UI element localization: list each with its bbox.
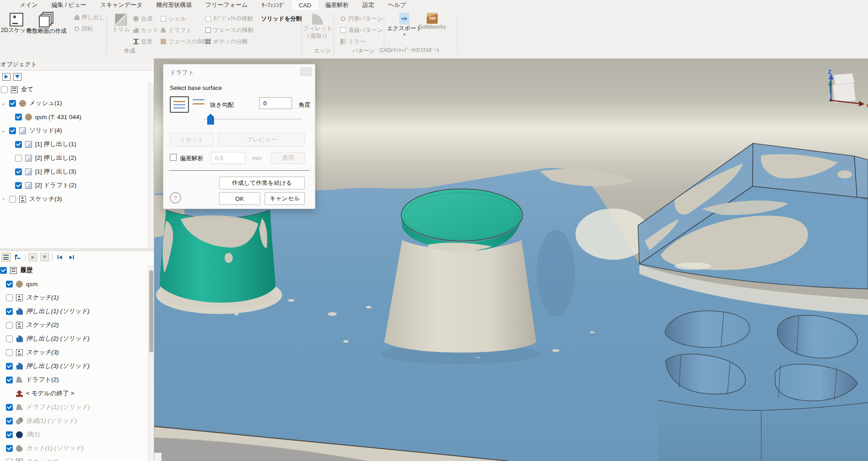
help-icon[interactable]: ?	[170, 192, 181, 204]
history-row[interactable]: ドラフト(2)	[0, 373, 154, 387]
menu-item[interactable]: ヘルプ	[381, 0, 413, 10]
menu-item[interactable]: ｻｰﾌｪｼﾝｸﾞ	[255, 0, 292, 10]
visibility-checkbox[interactable]	[15, 168, 22, 175]
history-scroll-thumb[interactable]	[149, 270, 153, 352]
history-header-checkbox[interactable]	[0, 267, 7, 274]
merge-button[interactable]: 合成	[133, 15, 152, 22]
object-tree-row[interactable]: ⌄ ソリッド(4)	[0, 124, 154, 137]
reset-button[interactable]: リセット	[170, 133, 214, 147]
visibility-checkbox[interactable]	[15, 114, 22, 120]
menu-item[interactable]: メイン	[13, 0, 45, 10]
export-dropdown-caret[interactable]: ▼	[403, 32, 407, 37]
extrude-button[interactable]: 押し出し	[74, 14, 105, 21]
history-row[interactable]: ドラフト(1) (ソリッド)	[0, 400, 154, 414]
visibility-checkbox[interactable]	[6, 363, 13, 370]
move-face-button[interactable]: フェースの移動	[205, 26, 254, 34]
ok-button[interactable]: OK	[219, 192, 260, 205]
history-row[interactable]: カット(1) (ソリッド)	[0, 441, 154, 455]
circular-pattern-button[interactable]: 円形パターン	[340, 15, 383, 22]
cone-top-face[interactable]	[401, 189, 523, 241]
menu-item[interactable]: 幾何形状構築	[149, 0, 199, 10]
base-surface-option-alt[interactable]	[193, 99, 204, 105]
history-header-row[interactable]: 履歴	[0, 263, 154, 277]
split-solid-button[interactable]: ソリッドを分割	[261, 15, 302, 22]
visibility-checkbox[interactable]	[6, 335, 13, 342]
menu-item[interactable]: 設定	[356, 0, 381, 10]
menu-item[interactable]: 編集 / ビュー	[45, 0, 93, 10]
visibility-checkbox[interactable]	[6, 445, 13, 452]
visibility-checkbox[interactable]	[6, 308, 13, 315]
history-row[interactable]: スケッチ(4)	[0, 455, 154, 461]
solidworks-export-button[interactable]: SW Solidworks	[418, 13, 446, 30]
history-row[interactable]: 合成(1) (ソリッド)	[0, 414, 154, 428]
visibility-checkbox[interactable]	[15, 141, 22, 148]
objects-scrollbar[interactable]	[148, 83, 154, 248]
expand-arrow[interactable]: ›	[1, 197, 6, 201]
visibility-checkbox[interactable]	[6, 459, 13, 461]
draft-dialog[interactable]: ドラフト × Select base surface 抜き勾配 角度 リセット …	[163, 64, 315, 209]
angle-slider-track[interactable]	[204, 119, 302, 120]
filter-play-icon[interactable]	[2, 73, 10, 81]
history-tree-view-button[interactable]	[13, 253, 22, 262]
deviation-tolerance-input[interactable]	[211, 152, 246, 164]
visibility-checkbox[interactable]	[15, 182, 22, 189]
menu-item[interactable]: 偏差解析	[318, 0, 356, 10]
angle-input[interactable]	[259, 97, 292, 109]
menu-item[interactable]: フリーフォーム	[199, 0, 255, 10]
visibility-checkbox[interactable]	[1, 86, 8, 93]
apply-button[interactable]: 適用	[271, 152, 305, 164]
mirror-button[interactable]: ミラー	[340, 38, 366, 45]
visibility-checkbox[interactable]	[6, 294, 13, 301]
visibility-checkbox[interactable]	[9, 127, 16, 134]
object-tree-row[interactable]: [1] 押し出し(1)	[0, 137, 154, 151]
history-row[interactable]: 押し出し(3) (ソリッド)	[0, 359, 154, 373]
object-tree-row[interactable]: qsm (T: 431 044)	[0, 110, 154, 124]
history-row[interactable]: 押し出し(2) (ソリッド)	[0, 332, 154, 346]
linear-pattern-button[interactable]: 直線パターン	[340, 26, 383, 34]
object-tree-row[interactable]: [1] 押し出し(3)	[0, 165, 154, 178]
move-object-button[interactable]: ｵﾌﾞｼﾞｪｸﾄの移動	[205, 15, 253, 22]
base-surface-option-selected[interactable]	[170, 96, 189, 113]
object-tree-row[interactable]: 全て	[0, 83, 154, 96]
history-step-down-button[interactable]	[40, 253, 49, 262]
object-tree-row[interactable]: [2] 押し出し(2)	[0, 151, 154, 165]
history-row[interactable]: 押し出し(1) (ソリッド)	[0, 304, 154, 318]
angle-slider-handle[interactable]	[207, 114, 214, 125]
draft-cone[interactable]	[384, 189, 536, 353]
export-button[interactable]: エクスポート ▼	[387, 13, 422, 37]
object-tree-row[interactable]: [2] ドラフト(2)	[0, 178, 154, 192]
visibility-checkbox[interactable]	[9, 196, 16, 203]
revolve-button[interactable]: 回転	[74, 25, 93, 32]
delete-face-button[interactable]: フェースの削除	[161, 38, 209, 45]
history-row[interactable]: スケッチ(3)	[0, 346, 154, 359]
history-row[interactable]: スケッチ(2)	[0, 318, 154, 332]
teal-cylinder[interactable]	[156, 210, 282, 314]
visibility-checkbox[interactable]	[6, 418, 13, 424]
draft-button[interactable]: ドラフト	[161, 26, 192, 34]
history-list-view-button[interactable]	[1, 253, 10, 262]
visibility-checkbox[interactable]	[6, 322, 13, 329]
visibility-checkbox[interactable]	[6, 349, 13, 356]
visibility-checkbox[interactable]	[6, 377, 13, 383]
visibility-checkbox[interactable]	[6, 431, 13, 438]
preview-button[interactable]: プレビュー	[218, 133, 305, 147]
visibility-checkbox[interactable]	[6, 281, 13, 288]
history-row[interactable]: < モデルの終了 >	[0, 387, 154, 400]
close-icon[interactable]: ×	[300, 67, 312, 76]
history-play-button[interactable]	[28, 253, 37, 262]
object-tree-row[interactable]: ⌄ メッシュ(1)	[0, 96, 154, 110]
object-tree-row[interactable]: › スケッチ(3)	[0, 192, 154, 206]
separate-body-button[interactable]: ボディの分離	[205, 38, 248, 45]
history-skip-start-button[interactable]	[55, 253, 64, 262]
expand-arrow[interactable]: ⌄	[1, 101, 6, 105]
create-and-continue-button[interactable]: 作成して作業を続ける	[219, 177, 305, 189]
history-scrollbar[interactable]	[148, 265, 154, 461]
history-skip-end-button[interactable]	[67, 253, 76, 262]
menu-item[interactable]: CAD	[292, 0, 318, 10]
visibility-checkbox[interactable]	[15, 155, 22, 162]
visibility-checkbox[interactable]	[9, 100, 16, 107]
multi-section-button[interactable]: 複数断面の作成	[26, 13, 67, 35]
menu-item[interactable]: スキャンデータ	[93, 0, 149, 10]
visibility-checkbox[interactable]	[6, 404, 13, 411]
fillet-chamfer-button[interactable]: フィレット / 面取り	[303, 14, 332, 40]
